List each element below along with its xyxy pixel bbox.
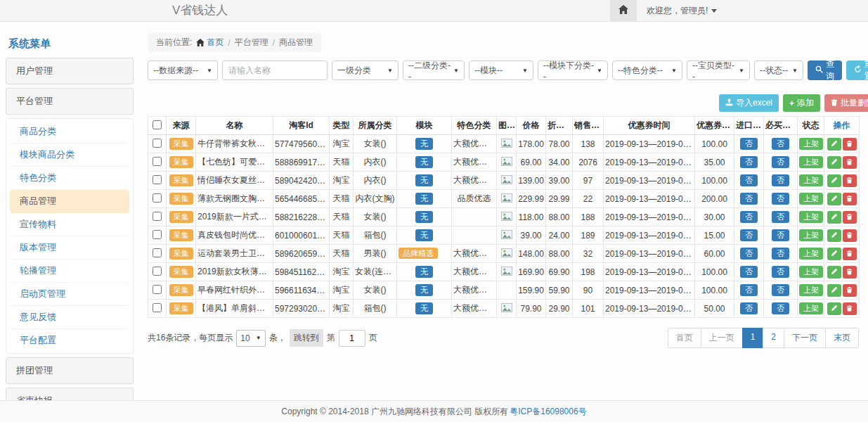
edit-button[interactable] [827, 156, 841, 169]
delete-button[interactable] [843, 156, 857, 169]
must-buy-badge[interactable]: 否 [772, 211, 789, 222]
must-buy-badge[interactable]: 否 [772, 138, 789, 149]
page-button-1[interactable]: 1 [742, 328, 764, 348]
sidebar-item-8[interactable]: 意见反馈 [10, 306, 129, 329]
must-buy-badge[interactable]: 否 [772, 302, 789, 314]
import-select-badge[interactable]: 否 [740, 174, 758, 186]
row-checkbox[interactable] [153, 303, 162, 312]
delete-button[interactable] [843, 229, 857, 242]
import-select-badge[interactable]: 否 [740, 211, 758, 222]
row-checkbox[interactable] [153, 285, 162, 294]
sidebar-section-2[interactable]: 拼团管理 [6, 357, 134, 384]
item-type-select[interactable]: --宝贝类型--▼ [687, 60, 750, 80]
edit-button[interactable] [827, 193, 841, 205]
module-subcategory-select[interactable]: --模块下分类--▼ [538, 60, 608, 80]
status-badge[interactable]: 上架 [799, 174, 823, 186]
icp-link[interactable]: 粤ICP备16098006号 [510, 406, 586, 418]
row-checkbox[interactable] [153, 212, 162, 221]
page-button-下一页[interactable]: 下一页 [784, 328, 826, 348]
edit-button[interactable] [827, 211, 841, 224]
row-checkbox[interactable] [153, 193, 162, 203]
must-buy-badge[interactable]: 否 [772, 248, 789, 259]
edit-button[interactable] [827, 229, 841, 242]
row-checkbox[interactable] [153, 248, 162, 257]
row-checkbox[interactable] [153, 267, 162, 276]
status-badge[interactable]: 上架 [799, 266, 823, 277]
delete-button[interactable] [843, 248, 857, 260]
delete-button[interactable] [843, 174, 857, 187]
delete-button[interactable] [843, 266, 857, 279]
edit-button[interactable] [827, 138, 841, 151]
status-badge[interactable]: 上架 [799, 302, 823, 314]
import-select-badge[interactable]: 否 [740, 138, 758, 149]
status-badge[interactable]: 上架 [799, 193, 823, 204]
status-badge[interactable]: 上架 [799, 229, 823, 241]
home-button[interactable] [610, 0, 637, 21]
sidebar-item-3[interactable]: 商品管理 [10, 190, 129, 213]
name-input[interactable] [222, 60, 328, 80]
delete-button[interactable] [843, 211, 857, 224]
status-badge[interactable]: 上架 [799, 156, 823, 167]
row-checkbox[interactable] [153, 230, 162, 239]
row-checkbox[interactable] [153, 157, 162, 166]
module-select[interactable]: --模块--▼ [469, 60, 533, 80]
import-select-badge[interactable]: 否 [740, 266, 758, 277]
import-select-badge[interactable]: 否 [740, 302, 758, 314]
per-page-select[interactable]: 10 ▼ [236, 330, 265, 347]
status-select[interactable]: --状态--▼ [754, 60, 803, 80]
status-badge[interactable]: 上架 [799, 138, 823, 149]
must-buy-badge[interactable]: 否 [772, 174, 789, 186]
import-select-badge[interactable]: 否 [740, 284, 758, 295]
level2-category-select[interactable]: --二级分类--▼ [403, 60, 465, 80]
edit-button[interactable] [827, 174, 841, 187]
row-checkbox[interactable] [153, 139, 162, 148]
edit-button[interactable] [827, 302, 841, 315]
sidebar-item-7[interactable]: 启动页管理 [10, 283, 129, 306]
status-badge[interactable]: 上架 [799, 248, 823, 259]
breadcrumb-home-link[interactable]: 首页 [196, 37, 224, 49]
reset-button[interactable]: 重置 [846, 60, 868, 80]
select-all-checkbox[interactable] [153, 120, 162, 129]
edit-button[interactable] [827, 248, 841, 260]
sidebar-item-0[interactable]: 商品分类 [10, 120, 129, 143]
sidebar-item-9[interactable]: 平台配置 [10, 329, 129, 352]
sidebar-section-0[interactable]: 用户管理 [6, 58, 134, 84]
sidebar-item-1[interactable]: 模块商品分类 [10, 143, 129, 167]
query-button[interactable]: 查询 [808, 60, 842, 80]
sidebar-item-5[interactable]: 版本管理 [10, 236, 129, 260]
sidebar-item-4[interactable]: 宣传物料 [10, 213, 129, 236]
import-select-badge[interactable]: 否 [740, 229, 758, 241]
row-checkbox[interactable] [153, 175, 162, 184]
edit-button[interactable] [827, 284, 841, 297]
user-menu[interactable]: 欢迎您，管理员! [647, 5, 717, 17]
must-buy-badge[interactable]: 否 [772, 156, 789, 167]
sidebar-item-6[interactable]: 轮播管理 [10, 260, 129, 283]
must-buy-badge[interactable]: 否 [772, 266, 789, 277]
feature-category-select[interactable]: --特色分类--▼ [612, 60, 682, 80]
data-source-select[interactable]: --数据来源--▼ [148, 60, 218, 80]
status-badge[interactable]: 上架 [799, 211, 823, 222]
page-button-首页[interactable]: 首页 [668, 328, 701, 348]
sidebar-item-2[interactable]: 特色分类 [10, 167, 129, 190]
import-select-badge[interactable]: 否 [740, 248, 758, 259]
must-buy-badge[interactable]: 否 [772, 193, 789, 204]
page-button-2[interactable]: 2 [763, 328, 784, 348]
import-select-badge[interactable]: 否 [740, 156, 758, 167]
status-badge[interactable]: 上架 [799, 284, 823, 295]
batch-delete-button[interactable]: 批量删除 [824, 94, 868, 112]
sidebar-section-1[interactable]: 平台管理 [6, 88, 134, 115]
jump-to-button[interactable]: 跳转到 [290, 329, 323, 347]
level1-category-select[interactable]: 一级分类▼ [332, 60, 399, 80]
delete-button[interactable] [843, 284, 857, 297]
must-buy-badge[interactable]: 否 [772, 284, 789, 295]
delete-button[interactable] [843, 138, 857, 151]
delete-button[interactable] [843, 193, 857, 205]
edit-button[interactable] [827, 266, 841, 279]
page-button-上一页[interactable]: 上一页 [701, 328, 743, 348]
page-number-input[interactable] [339, 330, 365, 347]
import-excel-button[interactable]: 导入excel [719, 94, 779, 112]
page-button-末页[interactable]: 末页 [825, 328, 859, 348]
sidebar-section-3[interactable]: 省惠快报 [6, 388, 134, 400]
add-button[interactable]: + 添加 [783, 94, 820, 112]
import-select-badge[interactable]: 否 [740, 193, 758, 204]
